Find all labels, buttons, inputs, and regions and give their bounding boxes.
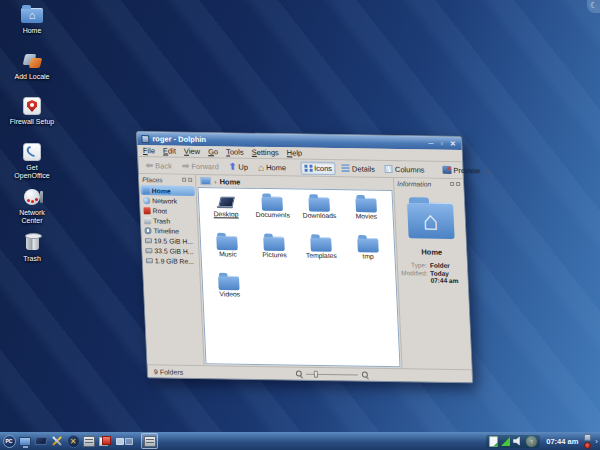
virtual-desktop-pager[interactable] — [116, 438, 133, 445]
breadcrumb-separator: › — [214, 178, 217, 185]
panel-float-icon[interactable] — [450, 182, 454, 186]
forward-arrow-icon: ➡ — [182, 161, 190, 170]
home-folder-icon — [143, 187, 150, 194]
folder-icon — [357, 238, 379, 253]
icons-view-button[interactable]: Icons — [300, 161, 337, 175]
zoom-slider-handle[interactable] — [314, 370, 318, 377]
desktop-folder-icon — [217, 196, 235, 211]
menu-tools[interactable]: Tools — [226, 147, 244, 156]
back-button[interactable]: ⬅ Back — [141, 159, 176, 173]
desktop-icon-label: Firewall Setup — [10, 118, 54, 126]
file-item-templates[interactable]: Templates — [297, 237, 345, 266]
clipboard-icon[interactable] — [489, 436, 498, 447]
minimize-icon[interactable]: ─ — [426, 139, 435, 148]
breadcrumb-current[interactable]: Home — [219, 177, 240, 186]
drawer-icon — [144, 436, 156, 447]
close-icon[interactable]: ✕ — [448, 139, 457, 148]
desktop-1-cell[interactable] — [116, 438, 124, 445]
panel-expander-icon[interactable]: › — [595, 437, 598, 446]
hard-disk-icon — [145, 248, 152, 253]
file-item-desktop[interactable]: Desktop — [202, 195, 250, 224]
plasma-toolbox-icon[interactable]: ☾ — [587, 0, 600, 13]
clock[interactable]: 07:44 am — [546, 437, 578, 446]
config-tools-icon: ✕ — [67, 435, 80, 448]
desktop-icon-trash[interactable]: Trash — [8, 233, 56, 279]
home-button[interactable]: ⌂ Home — [254, 160, 291, 174]
package-manager-button[interactable] — [98, 434, 112, 448]
details-view-icon — [342, 164, 350, 172]
panel-float-icon[interactable] — [182, 178, 186, 182]
file-item-tmp[interactable]: tmp — [344, 237, 392, 266]
updates-icon[interactable]: ↑ — [526, 436, 537, 447]
session-buttons — [584, 434, 591, 449]
launcher-desktop-settings[interactable] — [18, 434, 32, 448]
preview-button[interactable]: Preview — [438, 163, 484, 177]
zoom-slider[interactable] — [306, 373, 358, 375]
network-icon — [143, 197, 150, 204]
lock-screen-icon[interactable] — [584, 434, 591, 441]
maximize-icon[interactable]: ▫ — [437, 139, 446, 148]
launcher-menu-button[interactable]: PC — [2, 434, 16, 448]
desktop-icon-label: Home — [23, 27, 42, 35]
trash-icon — [144, 217, 151, 224]
timeline-clock-icon — [144, 227, 151, 234]
up-button[interactable]: ⬆ Up — [225, 160, 253, 173]
file-item-music[interactable]: Music — [204, 235, 252, 264]
menu-settings[interactable]: Settings — [251, 148, 279, 157]
packages-icon — [99, 436, 111, 446]
file-view[interactable]: Desktop Documents Downloads Movies Music… — [197, 187, 400, 367]
file-manager-button[interactable] — [82, 434, 96, 448]
file-item-movies[interactable]: Movies — [342, 197, 390, 226]
file-item-downloads[interactable]: Downloads — [295, 197, 343, 226]
shutdown-icon[interactable] — [584, 442, 591, 449]
taskbar: PC ✕ ↑ 07:44 am › — [0, 432, 600, 450]
volume-icon[interactable] — [513, 436, 523, 446]
show-desktop-button[interactable] — [34, 434, 48, 448]
folder-icon — [355, 198, 377, 213]
network-globe-icon — [21, 187, 43, 207]
menu-view[interactable]: View — [184, 147, 201, 156]
desktop-icon-get-openoffice[interactable]: Get OpenOffice — [8, 142, 56, 188]
toolbar-overflow-icon[interactable]: » — [486, 166, 491, 175]
desktop-icon-network-center[interactable]: Network Center — [8, 187, 56, 233]
breadcrumb-folder-icon[interactable] — [200, 177, 211, 185]
control-center-button[interactable]: ✕ — [66, 434, 80, 448]
menu-go[interactable]: Go — [208, 147, 218, 156]
forward-button[interactable]: ➡ Forward — [177, 159, 223, 173]
system-tools-button[interactable] — [50, 434, 64, 448]
home-folder-preview-icon: ⌂ — [407, 202, 455, 239]
places-item-disk-3[interactable]: 1.9 GiB Re... — [144, 255, 198, 266]
desktop-2-cell[interactable] — [125, 438, 133, 445]
details-view-button[interactable]: Details — [338, 162, 380, 176]
panel-close-icon[interactable] — [188, 178, 192, 182]
file-item-pictures[interactable]: Pictures — [250, 236, 298, 265]
menu-help[interactable]: Help — [287, 148, 303, 157]
desktop-icon-home[interactable]: ⌂ Home — [8, 5, 56, 51]
file-item-documents[interactable]: Documents — [249, 196, 297, 225]
locale-icon — [21, 51, 43, 71]
desktop-icon-label: Get OpenOffice — [8, 164, 56, 180]
window-app-icon — [141, 135, 149, 143]
desktop-icon-label: Network Center — [8, 209, 56, 225]
zoom-out-icon[interactable] — [296, 371, 302, 377]
dolphin-window: roger - Dolphin ─ ▫ ✕ File Edit View Go … — [136, 131, 473, 383]
info-type-label: Type: — [401, 261, 427, 268]
information-panel: Information ⌂ Home Type: Folder Modified… — [393, 178, 472, 369]
task-button-dolphin[interactable] — [141, 433, 158, 449]
file-item-videos[interactable]: Videos — [205, 275, 253, 304]
folder-icon — [262, 196, 284, 211]
openoffice-icon — [21, 142, 43, 162]
menu-file[interactable]: File — [143, 146, 156, 155]
zoom-slider-group — [296, 371, 368, 378]
trash-icon — [21, 233, 43, 253]
desktop-icon-column: ⌂ Home Add Locale Firewall Setup Get Ope… — [8, 5, 56, 278]
desktop-icon-firewall-setup[interactable]: Firewall Setup — [8, 96, 56, 142]
zoom-in-icon[interactable] — [362, 372, 368, 378]
menu-edit[interactable]: Edit — [163, 146, 176, 155]
desktop-icon-add-locale[interactable]: Add Locale — [8, 51, 56, 97]
panel-close-icon[interactable] — [456, 182, 460, 186]
info-type-value: Folder — [430, 262, 464, 270]
columns-view-button[interactable]: Columns — [381, 162, 429, 176]
network-signal-icon[interactable] — [501, 437, 510, 446]
folder-icon — [217, 236, 239, 251]
